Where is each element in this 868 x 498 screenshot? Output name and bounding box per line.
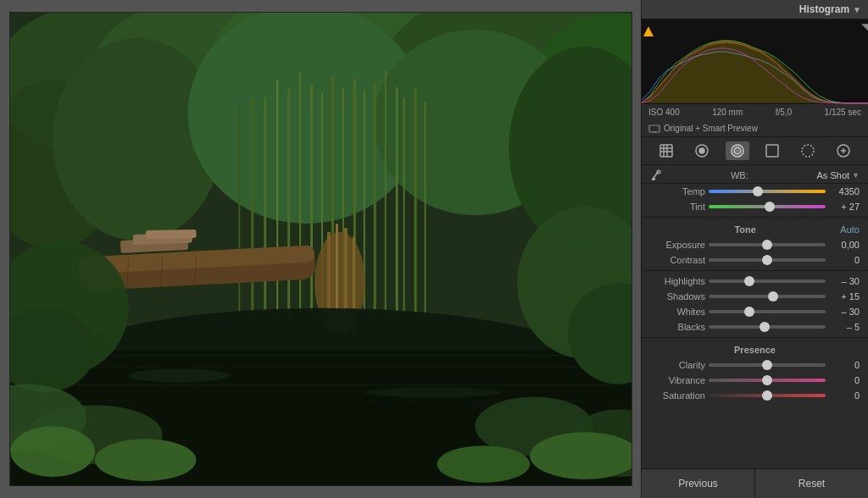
auto-button[interactable]: Auto [840,224,860,235]
temp-thumb[interactable] [753,186,763,196]
svg-rect-22 [384,70,386,317]
meta-shutter: 1/125 sec [825,108,861,117]
clarity-slider-row: Clarity 0 [642,357,868,373]
svg-rect-15 [310,85,313,317]
svg-rect-23 [395,87,398,317]
tone-curve-icon[interactable] [832,141,855,160]
adjustment-brush-icon[interactable] [796,141,820,160]
contrast-track[interactable] [709,258,826,262]
shadows-label: Shadows [650,291,705,302]
previous-button[interactable]: Previous [642,469,755,498]
whites-value: – 30 [829,307,860,317]
adjustments-area: WB: As Shot ▼ Temp 4350 Tint + 27 Tone [642,165,868,468]
crop-tool-icon[interactable] [654,141,678,160]
shadows-thumb[interactable] [768,291,778,302]
svg-point-60 [94,439,196,481]
highlights-track[interactable] [709,279,826,283]
reset-button[interactable]: Reset [755,469,868,498]
tone-title: Tone [650,224,840,235]
presence-title: Presence [650,345,860,355]
tint-track[interactable] [709,205,826,208]
svg-point-77 [734,147,741,154]
saturation-track[interactable] [709,394,826,397]
highlights-label: Highlights [650,276,705,286]
highlights-slider-row: Highlights – 30 [642,274,868,289]
radial-tool-icon[interactable] [726,141,749,160]
svg-rect-28 [424,102,426,317]
wb-label: WB: [731,170,748,180]
temp-label: Temp [650,186,705,196]
histogram-title: Histogram [799,3,849,15]
tone-section-header: Tone Auto [642,220,868,237]
histogram-dropdown-icon[interactable]: ▼ [853,5,861,14]
svg-rect-69 [660,145,672,157]
divider-2 [642,270,868,271]
svg-point-75 [699,148,704,153]
monitor-icon [648,125,660,133]
exposure-value: 0,00 [829,240,860,250]
saturation-thumb[interactable] [762,390,772,401]
tools-bar [642,137,868,165]
contrast-value: 0 [829,255,860,265]
svg-rect-78 [766,145,778,157]
blacks-slider-row: Blacks – 5 [642,319,868,335]
eyedropper-icon[interactable] [650,169,662,181]
highlights-value: – 30 [829,276,860,286]
histogram-meta: ISO 400 120 mm f/5,0 1/125 sec [642,104,868,120]
vibrance-thumb[interactable] [762,375,772,385]
svg-rect-47 [10,384,631,385]
svg-rect-11 [264,97,266,317]
whites-thumb[interactable] [744,307,754,317]
svg-point-49 [128,368,230,382]
temp-slider-row: Temp 4350 [642,184,868,199]
smart-preview-label: Original + Smart Preview [664,124,758,133]
contrast-slider-row: Contrast 0 [642,252,868,268]
blacks-value: – 5 [829,322,860,332]
saturation-label: Saturation [650,390,705,401]
svg-rect-46 [10,368,631,368]
clarity-thumb[interactable] [762,360,772,370]
exposure-slider-row: Exposure 0,00 [642,237,868,252]
vibrance-slider-row: Vibrance 0 [642,373,868,388]
meta-focal: 120 mm [712,108,743,117]
tint-label: Tint [650,202,705,212]
svg-rect-67 [649,125,659,132]
svg-rect-42 [145,230,196,239]
svg-rect-12 [276,80,278,317]
wb-value[interactable]: As Shot ▼ [817,170,860,180]
photo-area [0,0,641,498]
svg-rect-84 [652,178,655,180]
saturation-value: 0 [829,390,860,401]
shadows-track[interactable] [709,295,826,298]
shadows-value: + 15 [829,291,860,302]
whites-track[interactable] [709,310,826,313]
graduated-filter-icon[interactable] [760,141,784,160]
divider-1 [642,217,868,218]
divider-3 [642,337,868,338]
svg-point-50 [364,387,499,397]
blacks-track[interactable] [709,325,826,329]
blacks-thumb[interactable] [760,322,770,332]
vibrance-track[interactable] [709,379,826,382]
clarity-value: 0 [829,360,860,370]
smart-preview-bar: Original + Smart Preview [642,120,868,137]
svg-rect-25 [251,97,253,317]
svg-rect-21 [373,82,376,317]
temp-track[interactable] [709,190,826,193]
exposure-label: Exposure [650,240,705,250]
contrast-thumb[interactable] [762,255,772,265]
clarity-label: Clarity [650,360,705,370]
svg-point-61 [437,445,530,483]
meta-iso: ISO 400 [648,108,680,117]
blacks-label: Blacks [650,322,705,332]
saturation-slider-row: Saturation 0 [642,388,868,403]
highlights-thumb[interactable] [744,276,754,286]
spot-heal-icon[interactable] [690,141,714,160]
clarity-track[interactable] [709,363,826,367]
exposure-track[interactable] [709,243,826,246]
exposure-thumb[interactable] [762,240,772,250]
svg-rect-27 [414,89,416,317]
whites-slider-row: Whites – 30 [642,304,868,319]
tint-thumb[interactable] [765,202,775,212]
vibrance-value: 0 [829,375,860,385]
